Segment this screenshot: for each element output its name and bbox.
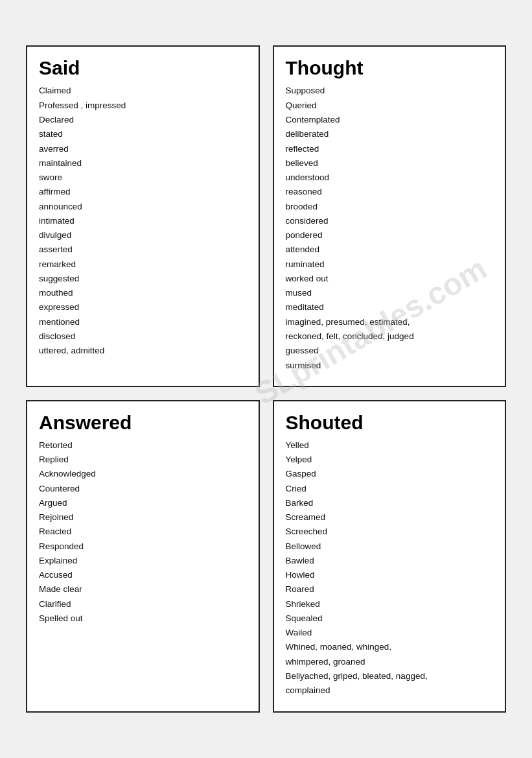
list-item: believed	[286, 156, 494, 171]
list-item: announced	[39, 200, 247, 214]
page: SaidClaimedProfessed , impressedDeclared…	[0, 0, 532, 758]
said-list: ClaimedProfessed , impressedDeclaredstat…	[39, 84, 247, 358]
list-item: Screeched	[286, 525, 494, 539]
list-item: mentioned	[39, 315, 247, 329]
list-item: Cried	[286, 482, 494, 496]
list-item: Accused	[39, 568, 247, 582]
list-item: Explained	[39, 554, 247, 568]
list-item: affirmed	[39, 185, 247, 199]
shouted-title: Shouted	[286, 412, 494, 433]
list-item: Claimed	[39, 84, 247, 98]
list-item: Bawled	[286, 554, 494, 568]
list-item: mused	[286, 286, 494, 300]
list-item: suggested	[39, 272, 247, 286]
list-item: whimpered, groaned	[286, 655, 494, 669]
list-item: considered	[286, 214, 494, 228]
list-item: stated	[39, 127, 247, 141]
list-item: Whined, moaned, whinged,	[286, 640, 494, 654]
list-item: meditated	[286, 300, 494, 314]
list-item: Clarified	[39, 597, 247, 611]
list-item: intimated	[39, 214, 247, 228]
list-item: Replied	[39, 453, 247, 467]
list-item: Argued	[39, 496, 247, 510]
list-item: Contemplated	[286, 113, 494, 127]
list-item: ruminated	[286, 257, 494, 272]
list-item: Professed , impressed	[39, 99, 247, 113]
list-item: Bellyached, griped, bleated, nagged,	[286, 669, 494, 683]
list-item: Howled	[286, 568, 494, 582]
list-item: reckoned, felt, concluded, judged	[286, 329, 494, 344]
card-answered: AnsweredRetortedRepliedAcknowledgedCount…	[26, 400, 260, 713]
card-grid: SaidClaimedProfessed , impressedDeclared…	[26, 45, 506, 712]
list-item: Supposed	[286, 84, 494, 98]
list-item: understood	[286, 171, 494, 185]
list-item: expressed	[39, 300, 247, 314]
list-item: guessed	[286, 344, 494, 358]
list-item: averred	[39, 142, 247, 156]
said-title: Said	[39, 57, 247, 78]
list-item: Queried	[286, 99, 494, 113]
list-item: Bellowed	[286, 539, 494, 554]
list-item: disclosed	[39, 329, 247, 344]
answered-title: Answered	[39, 412, 247, 433]
list-item: surmised	[286, 359, 494, 373]
list-item: Yelled	[286, 438, 494, 453]
list-item: Wailed	[286, 626, 494, 640]
list-item: Declared	[39, 113, 247, 127]
list-item: attended	[286, 243, 494, 257]
list-item: Made clear	[39, 582, 247, 597]
list-item: Rejoined	[39, 510, 247, 525]
list-item: Countered	[39, 482, 247, 496]
list-item: Responded	[39, 539, 247, 554]
card-thought: ThoughtSupposedQueriedContemplateddelibe…	[273, 45, 507, 386]
list-item: Acknowledged	[39, 467, 247, 481]
list-item: Retorted	[39, 438, 247, 453]
list-item: imagined, presumed, estimated,	[286, 315, 494, 329]
list-item: Roared	[286, 582, 494, 597]
list-item: deliberated	[286, 127, 494, 141]
thought-list: SupposedQueriedContemplateddeliberatedre…	[286, 84, 494, 372]
list-item: reflected	[286, 142, 494, 156]
thought-title: Thought	[286, 57, 494, 78]
list-item: asserted	[39, 243, 247, 257]
list-item: complained	[286, 683, 494, 698]
list-item: Barked	[286, 496, 494, 510]
list-item: Reacted	[39, 525, 247, 539]
list-item: swore	[39, 171, 247, 185]
shouted-list: YelledYelpedGaspedCriedBarkedScreamedScr…	[286, 438, 494, 698]
list-item: reasoned	[286, 185, 494, 199]
list-item: divulged	[39, 228, 247, 243]
answered-list: RetortedRepliedAcknowledgedCounteredArgu…	[39, 438, 247, 626]
list-item: Spelled out	[39, 611, 247, 626]
card-shouted: ShoutedYelledYelpedGaspedCriedBarkedScre…	[273, 400, 507, 713]
list-item: Gasped	[286, 467, 494, 481]
list-item: uttered, admitted	[39, 344, 247, 358]
list-item: Yelped	[286, 453, 494, 467]
list-item: Squealed	[286, 611, 494, 626]
list-item: brooded	[286, 200, 494, 214]
list-item: pondered	[286, 228, 494, 243]
list-item: Screamed	[286, 510, 494, 525]
list-item: maintained	[39, 156, 247, 171]
list-item: remarked	[39, 257, 247, 272]
card-said: SaidClaimedProfessed , impressedDeclared…	[26, 45, 260, 386]
list-item: Shrieked	[286, 597, 494, 611]
list-item: worked out	[286, 272, 494, 286]
list-item: mouthed	[39, 286, 247, 300]
